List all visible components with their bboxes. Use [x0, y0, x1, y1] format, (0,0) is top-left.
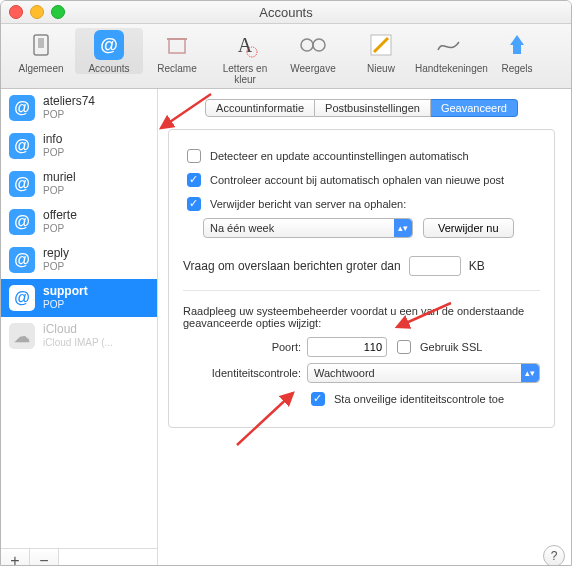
compose-icon	[347, 28, 415, 62]
allow-insecure-auth-checkbox[interactable]	[311, 392, 325, 406]
toolbar-item-nieuw[interactable]: Nieuw	[347, 28, 415, 74]
toolbar-label: Weergave	[279, 63, 347, 74]
include-auto-check-label: Controleer account bij automatisch ophal…	[210, 174, 504, 186]
account-name: ateliers74	[43, 95, 95, 109]
port-input[interactable]	[307, 337, 387, 357]
authentication-label: Identiteitscontrole:	[183, 367, 301, 379]
account-protocol: POP	[43, 223, 77, 235]
chevron-updown-icon: ▴▾	[521, 364, 539, 382]
remove-from-server-checkbox[interactable]	[187, 197, 201, 211]
toolbar-label: Regels	[483, 63, 551, 74]
authentication-select[interactable]: Wachtwoord ▴▾	[307, 363, 540, 383]
account-item[interactable]: ☁︎iCloudiCloud IMAP (...	[1, 317, 157, 355]
account-item[interactable]: @infoPOP	[1, 127, 157, 165]
preferences-window: Accounts Algemeen@AccountsReclameALetter…	[0, 0, 572, 566]
at-icon: @	[9, 209, 35, 235]
at-icon: @	[9, 171, 35, 197]
svg-text:A: A	[238, 34, 253, 56]
authentication-value: Wachtwoord	[314, 367, 375, 379]
at-icon: @	[9, 95, 35, 121]
toolbar-label: Reclame	[143, 63, 211, 74]
remove-from-server-label: Verwijder bericht van server na ophalen:	[210, 198, 406, 210]
toolbar-item-reclame[interactable]: Reclame	[143, 28, 211, 74]
toolbar: Algemeen@AccountsReclameALetters en kleu…	[1, 24, 571, 89]
at-icon: @	[9, 285, 35, 311]
junk-icon	[143, 28, 211, 62]
toolbar-item-algemeen[interactable]: Algemeen	[7, 28, 75, 74]
sidebar-footer: + −	[1, 548, 157, 566]
skip-unit-label: KB	[469, 259, 485, 273]
svg-rect-4	[169, 39, 185, 53]
advanced-panel: Detecteer en update accountinstellingen …	[168, 129, 555, 428]
toolbar-label: Nieuw	[347, 63, 415, 74]
remove-now-button[interactable]: Verwijder nu	[423, 218, 514, 238]
tab-account-info[interactable]: Accountinformatie	[205, 99, 315, 117]
help-button[interactable]: ?	[543, 545, 565, 566]
window-title: Accounts	[1, 5, 571, 20]
toolbar-item-handtekeningen[interactable]: Handtekeningen	[415, 28, 483, 74]
tabs: Accountinformatie Postbusinstellingen Ge…	[168, 99, 555, 117]
titlebar: Accounts	[1, 1, 571, 24]
advanced-warning: Raadpleeg uw systeembeheerder voordat u …	[183, 305, 540, 329]
account-name: info	[43, 133, 64, 147]
main-panel: Accountinformatie Postbusinstellingen Ge…	[158, 89, 571, 566]
toolbar-label: Handtekeningen	[415, 63, 483, 74]
svg-point-8	[301, 39, 313, 51]
skip-size-input[interactable]	[409, 256, 461, 276]
remove-account-button[interactable]: −	[30, 549, 59, 566]
account-name: reply	[43, 247, 69, 261]
include-auto-check-checkbox[interactable]	[187, 173, 201, 187]
account-name: muriel	[43, 171, 76, 185]
skip-large-label: Vraag om overslaan berichten groter dan	[183, 259, 401, 273]
account-protocol: POP	[43, 147, 64, 159]
svg-point-9	[313, 39, 325, 51]
toolbar-item-regels[interactable]: Regels	[483, 28, 551, 74]
account-item[interactable]: @supportPOP	[1, 279, 157, 317]
at-icon: @	[9, 133, 35, 159]
toolbar-item-weergave[interactable]: Weergave	[279, 28, 347, 74]
use-ssl-label: Gebruik SSL	[420, 341, 482, 353]
account-protocol: iCloud IMAP (...	[43, 337, 113, 349]
account-item[interactable]: @ateliers74POP	[1, 89, 157, 127]
account-name: iCloud	[43, 323, 113, 337]
general-icon	[7, 28, 75, 62]
divider	[183, 290, 540, 291]
svg-text:@: @	[100, 35, 118, 55]
account-name: offerte	[43, 209, 77, 223]
add-account-button[interactable]: +	[1, 549, 30, 566]
fonts-icon: A	[211, 28, 279, 62]
toolbar-item-accounts[interactable]: @Accounts	[75, 28, 143, 74]
account-protocol: POP	[43, 299, 88, 311]
toolbar-label: Algemeen	[7, 63, 75, 74]
account-protocol: POP	[43, 185, 76, 197]
accounts-list: @ateliers74POP@infoPOP@murielPOP@offerte…	[1, 89, 157, 548]
tab-mailbox-behaviors[interactable]: Postbusinstellingen	[315, 99, 431, 117]
signature-icon	[415, 28, 483, 62]
use-ssl-checkbox[interactable]	[397, 340, 411, 354]
toolbar-label: Accounts	[75, 63, 143, 74]
remove-after-select[interactable]: Na één week ▴▾	[203, 218, 413, 238]
account-protocol: POP	[43, 261, 69, 273]
account-item[interactable]: @murielPOP	[1, 165, 157, 203]
viewing-icon	[279, 28, 347, 62]
detect-settings-label: Detecteer en update accountinstellingen …	[210, 150, 469, 162]
at-icon: @	[75, 28, 143, 62]
allow-insecure-auth-label: Sta onveilige identiteitscontrole toe	[334, 393, 504, 405]
port-label: Poort:	[183, 341, 301, 353]
rules-icon	[483, 28, 551, 62]
toolbar-item-letters-en-kleur[interactable]: ALetters en kleur	[211, 28, 279, 85]
tab-advanced[interactable]: Geavanceerd	[431, 99, 518, 117]
svg-rect-1	[38, 38, 44, 48]
detect-settings-checkbox[interactable]	[187, 149, 201, 163]
chevron-updown-icon: ▴▾	[394, 219, 412, 237]
account-item[interactable]: @replyPOP	[1, 241, 157, 279]
toolbar-label: Letters en kleur	[211, 63, 279, 85]
cloud-icon: ☁︎	[9, 323, 35, 349]
account-name: support	[43, 285, 88, 299]
account-item[interactable]: @offertePOP	[1, 203, 157, 241]
account-protocol: POP	[43, 109, 95, 121]
accounts-sidebar: @ateliers74POP@infoPOP@murielPOP@offerte…	[1, 89, 158, 566]
remove-after-value: Na één week	[210, 222, 274, 234]
at-icon: @	[9, 247, 35, 273]
